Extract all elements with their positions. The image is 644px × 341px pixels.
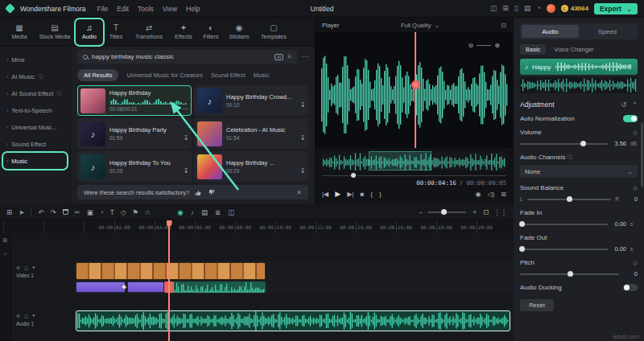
- speaker-icon[interactable]: ◁): [487, 191, 494, 198]
- add-track-icon[interactable]: ⊞: [3, 237, 8, 244]
- reset-section-icon[interactable]: ↺: [621, 101, 627, 109]
- tab-audio[interactable]: ♫Audio: [76, 19, 103, 45]
- pointer-tool-icon[interactable]: ➤: [19, 208, 24, 216]
- more-options-icon[interactable]: ⋯: [302, 53, 308, 60]
- record-icon[interactable]: ◉: [177, 208, 183, 216]
- undo-icon[interactable]: ↶: [38, 208, 43, 216]
- download-icon[interactable]: ↧: [300, 102, 305, 109]
- audio-clip-selected[interactable]: [76, 310, 510, 331]
- audio-ducking-toggle[interactable]: [623, 284, 638, 291]
- balance-knob[interactable]: [567, 196, 572, 202]
- tab-audio-settings[interactable]: Audio: [522, 25, 579, 38]
- zoom-out-icon[interactable]: −: [419, 208, 423, 216]
- panel-scrollbar[interactable]: [641, 122, 643, 187]
- ai-search-icon[interactable]: AI: [275, 54, 284, 60]
- plugin-icon[interactable]: ⊞: [502, 5, 509, 12]
- thumbs-down-icon[interactable]: [208, 189, 215, 196]
- fullscreen-icon[interactable]: ⊡: [501, 22, 506, 29]
- keyframe-icon[interactable]: ◇: [634, 260, 638, 266]
- tab-effects[interactable]: ✦Effects: [169, 19, 198, 45]
- audio-mixer-icon[interactable]: ♪: [191, 208, 194, 216]
- sidebar-item-ai-sound-effect[interactable]: ›AI Sound Effectⓘ: [3, 85, 67, 101]
- transition-icon[interactable]: ◈: [122, 283, 126, 290]
- tab-media[interactable]: ▦Media: [5, 19, 34, 45]
- track-manage-icon[interactable]: ⊞: [6, 208, 12, 216]
- previous-frame-icon[interactable]: |◀: [322, 191, 328, 198]
- marker-icon[interactable]: ⚑: [133, 208, 139, 216]
- more-icon[interactable]: ⋯: [183, 106, 189, 113]
- mark-out-icon[interactable]: }: [379, 191, 382, 198]
- tab-transitions[interactable]: ⇄Transitions: [129, 19, 169, 45]
- mark-in-icon[interactable]: {: [370, 191, 373, 198]
- music-result-selected[interactable]: Happy Birthday 00:08/00:31 ↧ ⋯: [77, 85, 192, 116]
- music-result-item[interactable]: Happy Birthday ... 00:29↧: [194, 151, 308, 182]
- player-scrub-strip[interactable]: [322, 151, 506, 170]
- hide-track-icon[interactable]: ⊘: [16, 265, 20, 270]
- lock-track-icon[interactable]: ◻: [24, 313, 28, 318]
- tab-filters[interactable]: ◐Filters: [198, 19, 224, 45]
- timeline-lane[interactable]: ◈: [74, 233, 514, 341]
- sidebar-item-sound-effect[interactable]: ›Sound Effect: [3, 136, 67, 152]
- download-icon[interactable]: ↧: [184, 135, 188, 142]
- sidebar-item-text-to-speech[interactable]: ›Text-to-Speech: [3, 102, 67, 118]
- thumbs-up-icon[interactable]: [195, 189, 202, 196]
- zoom-knob[interactable]: [441, 209, 447, 215]
- preview-playhead[interactable]: [415, 32, 416, 148]
- video-track-header[interactable]: ⊘◻● Video 1: [11, 262, 74, 281]
- tab-speed-settings[interactable]: Speed: [579, 25, 636, 38]
- preview-stage[interactable]: ⊖⊕: [316, 32, 513, 148]
- plus-icon[interactable]: ＋: [2, 250, 8, 258]
- download-icon[interactable]: ↧: [173, 106, 178, 113]
- tab-stickers[interactable]: ◉Stickers: [224, 19, 254, 45]
- search-query-field[interactable]: [92, 53, 270, 60]
- filter-universal-music[interactable]: Universal Music for Creators: [126, 72, 203, 79]
- filter-sound-effect[interactable]: Sound Effect: [211, 72, 246, 79]
- selected-clip-strip[interactable]: ♪ Happy: [520, 59, 638, 75]
- preview-playhead-handle[interactable]: [411, 80, 420, 89]
- project-title[interactable]: Untitled: [311, 5, 334, 13]
- snapshot-icon[interactable]: ◉: [475, 191, 481, 198]
- video-audio-waveform-clip[interactable]: [164, 281, 266, 293]
- player-seekbar[interactable]: [322, 172, 506, 179]
- pitch-slider[interactable]: [520, 273, 619, 275]
- volume-knob[interactable]: [580, 141, 586, 146]
- adjustment-icon[interactable]: ▤: [201, 208, 208, 216]
- delete-icon[interactable]: [63, 209, 68, 215]
- tab-templates[interactable]: ▢Templates: [254, 19, 293, 45]
- music-result-item[interactable]: ♪ Happy Birthday To You 01:05↧: [77, 151, 192, 182]
- fade-out-knob[interactable]: [519, 246, 525, 252]
- music-result-item[interactable]: ♪ Happy Birthday Crowd... 00:10↧: [194, 85, 308, 116]
- grid-view-icon[interactable]: ⊞: [501, 191, 506, 198]
- menu-view[interactable]: View: [163, 5, 177, 13]
- menu-help[interactable]: Help: [186, 5, 200, 13]
- next-frame-icon[interactable]: ▶|: [347, 191, 353, 198]
- keyframe-tool-icon[interactable]: ◇: [121, 208, 126, 216]
- overlay-clip-2[interactable]: [127, 281, 164, 293]
- sidebar-item-ai-music[interactable]: ›AI Musicⓘ: [3, 68, 67, 84]
- user-avatar[interactable]: [547, 4, 555, 13]
- mixer-icon[interactable]: ≣: [215, 208, 221, 216]
- keyframe-icon[interactable]: ◇: [634, 129, 638, 136]
- crop-icon[interactable]: ▣: [87, 208, 93, 216]
- audio-channels-dropdown[interactable]: None ⌄: [520, 165, 638, 178]
- collapse-icon[interactable]: ⌃: [632, 101, 638, 109]
- layout-icon[interactable]: ◫: [490, 5, 497, 12]
- sound-balance-slider[interactable]: [527, 199, 612, 200]
- subtab-basic[interactable]: Basic: [520, 44, 546, 55]
- menu-file[interactable]: File: [97, 5, 109, 13]
- fade-in-slider[interactable]: [520, 224, 608, 225]
- zoom-in-icon[interactable]: ⊕: [494, 42, 500, 49]
- music-result-item[interactable]: ♪ Happy Birthday Party 01:59↧: [77, 118, 192, 149]
- filter-all-results[interactable]: All Results: [77, 69, 118, 81]
- snap-icon[interactable]: ∩: [145, 208, 150, 216]
- video-clip-filmstrip[interactable]: [76, 262, 266, 280]
- music-result-item[interactable]: Celebration - AI Music 01:54↧: [194, 118, 308, 149]
- tab-stock-media[interactable]: ▤Stock Media: [34, 19, 76, 45]
- volume-slider[interactable]: [520, 143, 608, 145]
- keyframe-icon[interactable]: ◇: [634, 185, 638, 191]
- download-icon[interactable]: ↧: [300, 135, 305, 142]
- text-tool-icon[interactable]: T: [110, 208, 114, 216]
- play-icon[interactable]: ▶: [335, 190, 341, 198]
- lock-track-icon[interactable]: ◻: [24, 265, 28, 270]
- menu-tools[interactable]: Tools: [138, 5, 154, 13]
